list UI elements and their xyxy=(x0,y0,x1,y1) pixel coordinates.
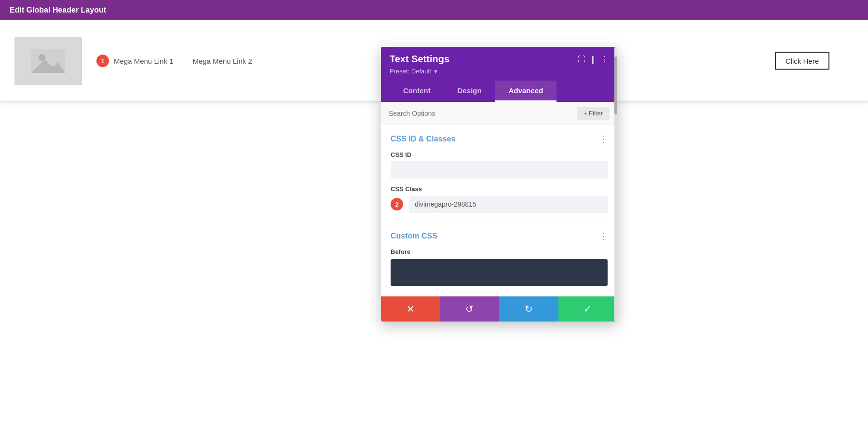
cancel-button[interactable]: ✕ xyxy=(381,296,440,322)
panel-preset[interactable]: Preset: Default ▼ xyxy=(390,68,609,75)
more-options-icon[interactable]: ⋮ xyxy=(601,55,609,64)
click-here-button[interactable]: Click Here xyxy=(775,52,829,70)
tab-advanced[interactable]: Advanced xyxy=(495,81,557,102)
before-label: Before xyxy=(391,248,608,255)
scrollbar-thumb[interactable] xyxy=(614,56,617,114)
badge-1: 1 xyxy=(96,55,109,67)
custom-css-before-input[interactable] xyxy=(391,259,608,286)
nav-link-2[interactable]: Mega Menu Link 2 xyxy=(192,57,252,65)
panel-header-top: Text Settings ⛶ ‖ ⋮ xyxy=(390,54,609,65)
nav-item-1: 1 Mega Menu Link 1 xyxy=(96,55,173,67)
save-button[interactable]: ✓ xyxy=(558,296,618,322)
css-class-row: 2 xyxy=(391,196,608,213)
preset-label: Preset: Default xyxy=(390,68,431,75)
settings-panel: Text Settings ⛶ ‖ ⋮ Preset: Default ▼ Co… xyxy=(381,47,617,322)
panel-body: + Filter CSS ID & Classes ⋮ CSS ID CSS C… xyxy=(381,102,617,322)
css-id-label: CSS ID xyxy=(391,151,608,158)
scrollbar[interactable] xyxy=(614,47,617,322)
panel-tabs: Content Design Advanced xyxy=(390,81,609,102)
custom-css-section: Custom CSS ⋮ Before xyxy=(381,222,617,296)
search-filter-row: + Filter xyxy=(381,102,617,125)
filter-button[interactable]: + Filter xyxy=(577,107,610,120)
columns-icon[interactable]: ‖ xyxy=(591,55,595,64)
custom-css-section-header: Custom CSS ⋮ xyxy=(391,231,608,241)
canvas: 1 Mega Menu Link 1 Mega Menu Link 2 Clic… xyxy=(0,20,868,448)
css-id-classes-section: CSS ID & Classes ⋮ CSS ID CSS Class 2 xyxy=(381,125,617,222)
undo-button[interactable]: ↺ xyxy=(440,296,500,322)
css-class-label: CSS Class xyxy=(391,185,608,193)
redo-button[interactable]: ↻ xyxy=(499,296,558,322)
expand-icon[interactable]: ⛶ xyxy=(578,55,585,64)
svg-point-1 xyxy=(39,54,45,61)
preset-arrow: ▼ xyxy=(433,69,438,74)
custom-css-menu-icon[interactable]: ⋮ xyxy=(599,231,608,241)
css-section-title: CSS ID & Classes xyxy=(391,135,455,143)
top-bar: Edit Global Header Layout xyxy=(0,0,868,20)
custom-css-title: Custom CSS xyxy=(391,232,437,240)
tab-content[interactable]: Content xyxy=(390,81,444,102)
css-section-header: CSS ID & Classes ⋮ xyxy=(391,134,608,144)
search-input[interactable] xyxy=(389,110,572,117)
top-bar-title: Edit Global Header Layout xyxy=(10,6,106,14)
tab-design[interactable]: Design xyxy=(444,81,495,102)
panel-header-icons: ⛶ ‖ ⋮ xyxy=(578,55,609,64)
action-bar: ✕ ↺ ↻ ✓ xyxy=(381,296,617,322)
css-class-input[interactable] xyxy=(409,196,608,213)
css-id-input[interactable] xyxy=(391,161,608,179)
logo-placeholder xyxy=(14,37,82,85)
panel-title: Text Settings xyxy=(390,54,449,65)
panel-header: Text Settings ⛶ ‖ ⋮ Preset: Default ▼ Co… xyxy=(381,47,617,102)
nav-link-1[interactable]: Mega Menu Link 1 xyxy=(114,57,173,65)
badge-2: 2 xyxy=(391,198,403,210)
css-section-menu-icon[interactable]: ⋮ xyxy=(599,134,608,144)
